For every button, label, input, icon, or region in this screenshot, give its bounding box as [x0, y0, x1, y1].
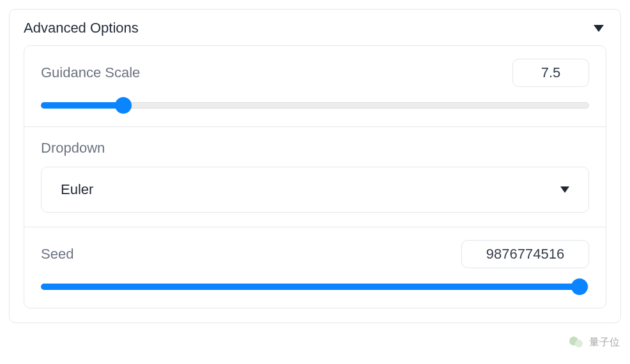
dropdown-value: Euler	[61, 181, 93, 198]
guidance-scale-slider[interactable]	[41, 98, 589, 112]
chevron-down-icon	[560, 186, 569, 193]
dropdown-label: Dropdown	[41, 140, 105, 156]
dropdown-label-row: Dropdown	[41, 140, 589, 156]
seed-label-row: Seed 9876774516	[41, 240, 589, 268]
seed-fill	[41, 284, 580, 290]
panel-title: Advanced Options	[24, 20, 139, 36]
seed-slider[interactable]	[41, 280, 589, 294]
guidance-scale-label-row: Guidance Scale 7.5	[41, 59, 589, 87]
dropdown-block: Dropdown Euler	[24, 127, 606, 227]
seed-block: Seed 9876774516	[24, 227, 606, 308]
guidance-scale-input[interactable]: 7.5	[512, 59, 589, 87]
seed-thumb[interactable]	[571, 278, 588, 295]
guidance-scale-thumb[interactable]	[115, 97, 132, 114]
advanced-options-header[interactable]: Advanced Options	[10, 10, 620, 45]
guidance-scale-label: Guidance Scale	[41, 64, 140, 81]
seed-label: Seed	[41, 246, 73, 262]
seed-input[interactable]: 9876774516	[461, 240, 589, 268]
options-body: Guidance Scale 7.5 Dropdown Euler	[24, 45, 606, 308]
guidance-scale-block: Guidance Scale 7.5	[24, 46, 606, 127]
collapse-caret-icon	[594, 25, 604, 32]
advanced-options-panel: Advanced Options Guidance Scale 7.5 D	[9, 9, 621, 323]
guidance-scale-fill	[41, 102, 123, 109]
dropdown-select[interactable]: Euler	[41, 167, 589, 213]
